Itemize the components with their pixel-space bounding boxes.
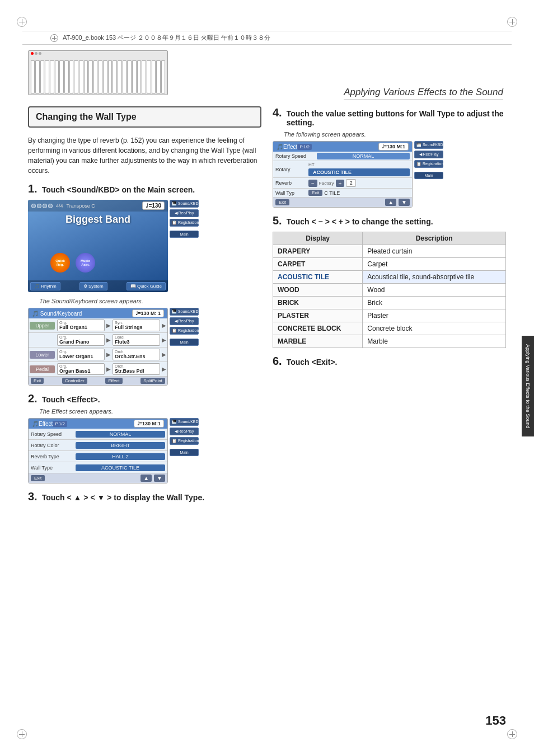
circle-indicator — [48, 204, 53, 208]
logo-circle-2: MusicAsst. — [76, 253, 95, 273]
table-cell-description: Plaster — [363, 309, 506, 322]
sk-org-label-6: Orch. — [115, 350, 158, 354]
effect-header-1: 🎵 Effect P.1/2 ♩=130 M:1 — [29, 419, 167, 429]
table-row: PLASTERPlaster — [273, 309, 506, 322]
circle-indicator — [31, 204, 36, 208]
effect-screen2-container: 🎵 Effect P.1/2 ♩=130 M:1 Rotary Speed NO… — [273, 141, 506, 208]
sk-row-grand-piano: Org. Grand Piano ▶ Lead. Flute3 ▶ — [29, 333, 167, 348]
step-2-note: The Effect screen appears. — [39, 408, 261, 415]
eff2-down-btn[interactable]: ▼ — [399, 199, 410, 206]
sk-exit-btn[interactable]: Exit — [31, 378, 44, 384]
table-cell-display: ACOUSTIC TILE — [273, 271, 363, 284]
eff1-registration-btn[interactable]: 📋 Registration — [170, 437, 199, 445]
effect-screen-2: 🎵 Effect P.1/2 ♩=130 M:1 Rotary Speed NO… — [273, 141, 413, 208]
rec-play-btn[interactable]: ◀ Rec/Play — [170, 209, 199, 217]
table-cell-description: Marble — [363, 335, 506, 348]
eff2-side-buttons: 🎹 Sound/KBD ◀ Rec/Play 📋 Registration Ma… — [414, 141, 443, 208]
eff2-rec-play-btn[interactable]: ◀ Rec/Play — [414, 151, 443, 158]
sk-instrument-grand-piano: Org. Grand Piano — [57, 334, 105, 346]
eff2-exit-btn[interactable]: Exit — [275, 199, 289, 205]
step-1-container: 1. Touch <Sound/KBD> on the Main screen. — [28, 182, 261, 386]
sk-rec-play-btn[interactable]: ◀ Rec/Play — [170, 317, 199, 325]
system-btn[interactable]: ⚙ System — [79, 282, 107, 290]
sk-row-lower: Lower Org. Lower Organ1 ▶ Orch. Orch.Str… — [29, 348, 167, 362]
eff2-up-btn[interactable]: ▲ — [385, 199, 396, 206]
sk-sound-kbd-btn[interactable]: 🎹 Sound/KBD — [170, 308, 199, 316]
settings-table: Display Description DRAPERYPleated curta… — [273, 232, 506, 348]
effect-screen-1: 🎵 Effect P.1/2 ♩=130 M:1 Rotary Speed NO… — [28, 418, 168, 483]
white-key — [113, 60, 117, 94]
sk-main-btn[interactable]: Main — [170, 339, 199, 346]
effect-up-btn[interactable]: ▲ — [140, 475, 152, 482]
eff1-main-btn[interactable]: Main — [170, 449, 199, 456]
walltype-ctile: C TILE — [324, 190, 340, 196]
step-6-header: 6. Touch <Exit>. — [273, 355, 506, 369]
sk-instrument-name-2: Full Strings — [115, 325, 158, 330]
step-1-number: 1. — [28, 182, 38, 195]
effect-screen1-container: 🎵 Effect P.1/2 ♩=130 M:1 Rotary Speed NO… — [28, 418, 261, 483]
eff2-reverb-label: Reverb — [275, 180, 306, 186]
sk-tempo: ♩=130 M: 1 — [132, 309, 164, 317]
table-cell-description: Wood — [363, 284, 506, 297]
white-key — [40, 60, 45, 94]
sk-instrument-name-6: Orch.Str.Ens — [115, 354, 158, 359]
eff2-ht-label: HT — [308, 162, 315, 167]
effect-down-btn[interactable]: ▼ — [154, 475, 165, 482]
sk-splitpoint-btn[interactable]: SplitPoint — [140, 378, 165, 384]
quick-guide-btn[interactable]: 📖 Quick Guide — [127, 282, 166, 290]
table-cell-display: DRAPERY — [273, 245, 363, 258]
white-key — [118, 60, 122, 94]
sk-registration-btn[interactable]: 📋 Registration — [170, 327, 199, 335]
sk-instrument-str-bass: Orch. Str.Bass Pdl — [113, 363, 160, 375]
table-cell-description: Carpet — [363, 258, 506, 271]
right-column: 4. Touch the value setting buttons for W… — [273, 106, 506, 511]
rhythm-btn[interactable]: 🎵 Rhythm — [30, 282, 60, 290]
side-tab: Applying Various Effects to the Sound — [522, 336, 534, 436]
white-key — [127, 60, 132, 94]
main-btn[interactable]: Main — [170, 231, 199, 238]
effect-value-rc: BRIGHT — [76, 442, 165, 449]
circle-indicator — [43, 204, 47, 208]
sk-arrow-icon-8: ▶ — [162, 366, 166, 372]
white-key — [79, 60, 83, 94]
table-cell-description: Brick — [363, 297, 506, 309]
acoustic-tile-display: ACOUSTIC TILE — [308, 168, 410, 176]
keyboard-image — [28, 50, 168, 95]
white-key — [50, 60, 54, 94]
sound-kbd-btn[interactable]: 🎹 Sound/KBD — [170, 200, 199, 208]
tempo-badge: ♩=130 — [142, 201, 165, 210]
white-key — [84, 60, 88, 94]
sk-effect-btn[interactable]: Effect — [105, 378, 122, 384]
main-screen-mockup: 4/4 Transpose C ♩=130 QuickReg. MusicAss… — [28, 200, 168, 292]
eff2-main-btn[interactable]: Main — [414, 172, 443, 179]
corner-mark-bl — [17, 729, 27, 739]
top-header: AT-900_e.book 153 ページ ２００８年９月１６日 火曜日 午前１… — [22, 31, 512, 45]
walltype-exit-btn[interactable]: Exit — [308, 190, 322, 196]
step-3-heading: Touch < ▲ > < ▼ > to display the Wall Ty… — [42, 493, 204, 502]
sk-arrow-icon-3: ▶ — [106, 337, 111, 343]
effect-exit-btn[interactable]: Exit — [31, 475, 45, 481]
eff1-rec-play-btn[interactable]: ◀ Rec/Play — [170, 428, 199, 435]
reverb-num: 2 — [346, 179, 356, 187]
eff1-sound-kbd-btn[interactable]: 🎹 Sound/KBD — [170, 418, 199, 426]
table-cell-display: BRICK — [273, 297, 363, 309]
sk-controller-btn[interactable]: Controller — [62, 378, 87, 384]
eff2-sound-kbd-btn[interactable]: 🎹 Sound/KBD — [414, 141, 443, 149]
reverb-minus-btn[interactable]: − — [308, 180, 317, 187]
page-title: Applying Various Effects to the Sound — [344, 87, 503, 98]
reverb-plus-btn[interactable]: + — [336, 180, 345, 187]
step-4-header: 4. Touch the value setting buttons for W… — [273, 106, 506, 129]
eff2-walltype-label: Wall Typ — [275, 190, 306, 196]
table-row: CARPETCarpet — [273, 258, 506, 271]
effect-label-rc: Rotary Color — [31, 443, 76, 448]
white-key — [152, 60, 156, 94]
sk-instrument-flute3: Lead. Flute3 — [113, 334, 160, 346]
corner-mark-tr — [507, 17, 517, 27]
step-6-number: 6. — [273, 355, 282, 368]
effect-label-reverb: Reverb Type — [31, 454, 76, 459]
registration-btn[interactable]: 📋 Registration — [170, 219, 199, 227]
step-2-container: 2. Touch <Effect>. The Effect screen app… — [28, 392, 261, 483]
eff2-icon: 🎵 — [277, 144, 283, 150]
white-key — [69, 60, 74, 94]
eff2-registration-btn[interactable]: 📋 Registration — [414, 160, 443, 168]
